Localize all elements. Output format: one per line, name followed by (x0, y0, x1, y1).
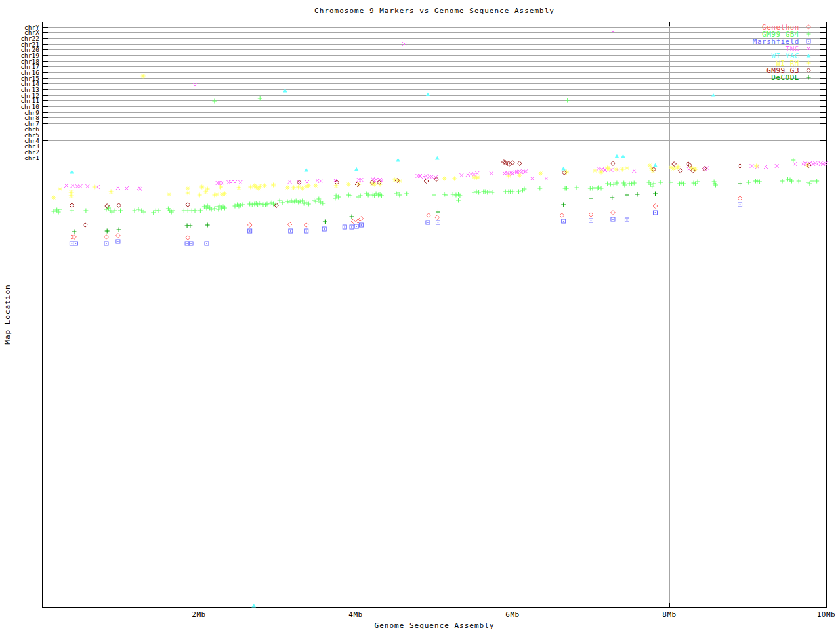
chart: Chromosome 9 Markers vs Genome Sequence … (0, 0, 840, 630)
series-tng-points (64, 30, 828, 191)
series-decode-points (72, 182, 742, 234)
series-genethon-points (70, 196, 742, 240)
x-tick-label-10mb: 10Mb (817, 610, 836, 619)
plot-area (0, 0, 840, 630)
x-tick-label-8mb: 8Mb (662, 610, 676, 619)
series-wi-yac-points (70, 89, 715, 608)
legend-item-decode: DeCODE (771, 74, 799, 82)
x-tick-label-4mb: 4Mb (348, 610, 362, 619)
y-tick-label-chr1: chr1 (1, 155, 39, 161)
x-tick-label-6mb: 6Mb (505, 610, 519, 619)
legend-marker-decode-icon (803, 74, 814, 81)
gridlines (42, 22, 826, 607)
plot-border (42, 22, 827, 608)
x-tick-label-2mb: 2Mb (192, 610, 205, 619)
series-wi-rh-points (51, 74, 809, 200)
series-gm99-gb4-points (51, 96, 819, 215)
series-marshfield-points (70, 203, 742, 245)
series-gm99-g3-points (70, 160, 811, 228)
